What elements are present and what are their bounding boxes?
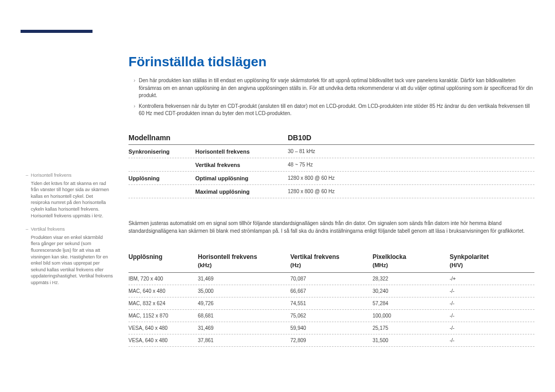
th-pixelclock: Pixelklocka (MHz) [373, 253, 450, 269]
description: Skärmen justeras automatiskt om en signa… [128, 220, 534, 235]
notes: › Den här produkten kan ställas in till … [134, 77, 534, 121]
sidebar: Horisontell frekvens Tiden det krävs för… [31, 172, 113, 293]
spec-value: 1280 x 800 @ 60 Hz [288, 175, 534, 181]
spec-table: Modellnamn DB10D Synkronisering Horisont… [128, 130, 534, 198]
th-hfreq: Horisontell frekvens (kHz) [198, 253, 290, 269]
sidebar-body: Produkten visar en enkel skärmbild flera… [31, 234, 113, 286]
table-row: MAC, 1152 x 870 68,681 75,062 100,000 -/… [128, 310, 534, 322]
th-vfreq: Vertikal frekvens (Hz) [290, 253, 373, 269]
bullet-icon: › [134, 103, 139, 118]
sidebar-body: Tiden det krävs för att skanna en rad fr… [31, 180, 113, 219]
table-row: IBM, 720 x 400 31,469 70,087 28,322 -/+ [128, 273, 534, 285]
sidebar-title: Vertikal frekvens [31, 226, 113, 233]
spec-model-label: Modellnamn [128, 134, 195, 142]
spec-label: Upplösning [128, 175, 195, 181]
table-row: MAC, 832 x 624 49,726 74,551 57,284 -/- [128, 297, 534, 310]
spec-sublabel: Maximal upplösning [195, 189, 288, 195]
bullet-icon: › [134, 77, 139, 100]
spec-model-value: DB10D [288, 134, 534, 142]
table-row: VESA, 640 x 480 31,469 59,940 25,175 -/- [128, 322, 534, 334]
spec-value: 1280 x 800 @ 60 Hz [288, 189, 534, 194]
page-title: Förinställda tidslägen [128, 54, 267, 70]
table-row: MAC, 640 x 480 35,000 66,667 30,240 -/- [128, 285, 534, 297]
spec-value: 48 ~ 75 Hz [288, 162, 534, 167]
timing-table: Upplösning Horisontell frekvens (kHz) Ve… [128, 250, 534, 347]
spec-sublabel: Horisontell frekvens [195, 148, 288, 155]
header-bar [21, 30, 92, 33]
spec-label: Synkronisering [128, 148, 195, 155]
note-text: Den här produkten kan ställas in till en… [139, 77, 534, 100]
table-row: VESA, 640 x 480 37,861 72,809 31,500 -/- [128, 334, 534, 347]
spec-sublabel: Vertikal frekvens [195, 162, 288, 168]
spec-value: 30 – 81 kHz [288, 148, 534, 154]
th-polarity: Synkpolaritet (H/V) [450, 253, 534, 269]
spec-sublabel: Optimal upplösning [195, 175, 288, 181]
sidebar-title: Horisontell frekvens [31, 172, 113, 179]
note-text: Kontrollera frekvensen när du byter en C… [139, 103, 534, 118]
th-resolution: Upplösning [128, 253, 198, 262]
